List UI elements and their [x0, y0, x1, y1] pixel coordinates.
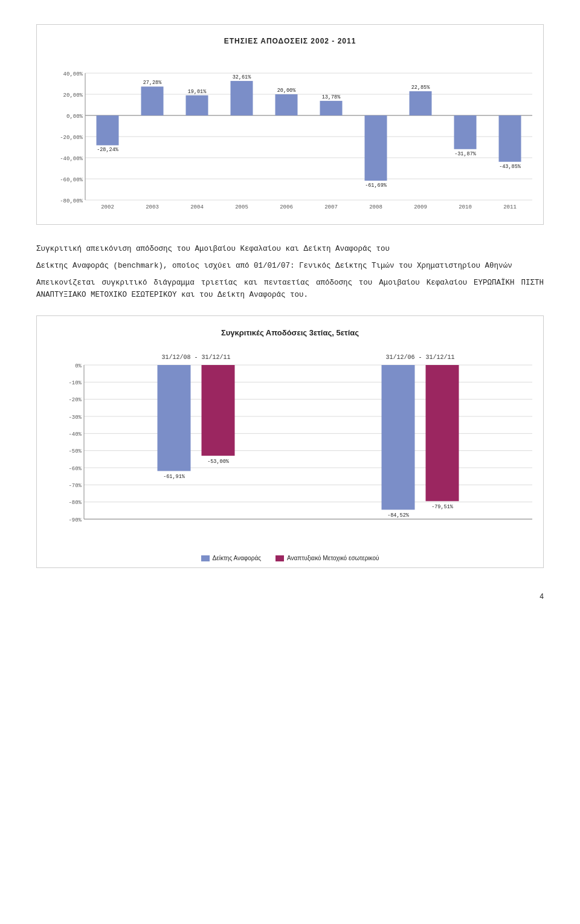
text-section: Συγκριτική απεικόνιση απόδοσης του Αμοιβ… [36, 243, 544, 301]
svg-rect-37 [410, 91, 432, 115]
svg-rect-28 [276, 94, 298, 115]
svg-text:-53,00%: -53,00% [207, 459, 230, 465]
svg-text:-60%: -60% [68, 466, 82, 472]
svg-text:2006: 2006 [280, 204, 293, 210]
svg-text:-20,00%: -20,00% [60, 135, 83, 141]
svg-text:2011: 2011 [503, 204, 517, 210]
svg-text:2010: 2010 [459, 204, 472, 210]
svg-text:27,28%: 27,28% [143, 80, 163, 86]
svg-text:2008: 2008 [369, 204, 382, 210]
svg-text:13,78%: 13,78% [322, 94, 341, 100]
svg-text:40,00%: 40,00% [63, 71, 83, 77]
svg-text:-50%: -50% [68, 448, 82, 454]
svg-text:2003: 2003 [146, 204, 159, 210]
svg-text:20,00%: 20,00% [277, 88, 297, 94]
legend-item-2: Αναπτυξιακό Μετοχικό εσωτερικού [276, 555, 379, 561]
svg-text:19,01%: 19,01% [188, 89, 207, 95]
svg-text:-61,69%: -61,69% [365, 183, 387, 189]
svg-text:2004: 2004 [190, 204, 204, 210]
chart2-legend: Δείκτης Αναφοράς Αναπτυξιακό Μετοχικό εσ… [49, 555, 531, 561]
svg-text:-80,00%: -80,00% [60, 198, 83, 204]
svg-text:31/12/06 - 31/12/11: 31/12/06 - 31/12/11 [385, 354, 454, 361]
svg-text:31/12/08 - 31/12/11: 31/12/08 - 31/12/11 [161, 354, 230, 361]
chart1-section: ΕΤΗΣΙΕΣ ΑΠΟΔΟΣΕΙΣ 2002 - 2011 40,00%20,0… [36, 24, 544, 225]
svg-rect-22 [186, 95, 208, 115]
legend-box-blue [201, 555, 210, 561]
svg-rect-19 [141, 86, 164, 115]
page-container: ΕΤΗΣΙΕΣ ΑΠΟΔΟΣΕΙΣ 2002 - 2011 40,00%20,0… [36, 24, 544, 601]
svg-text:-43,85%: -43,85% [499, 164, 521, 170]
svg-text:-40,00%: -40,00% [60, 156, 83, 162]
svg-text:20,00%: 20,00% [63, 92, 83, 99]
svg-text:-20%: -20% [68, 397, 82, 403]
svg-text:32,61%: 32,61% [233, 74, 252, 80]
svg-text:-30%: -30% [68, 415, 82, 421]
svg-rect-16 [97, 115, 119, 145]
svg-text:-80%: -80% [68, 500, 82, 506]
svg-rect-34 [365, 115, 387, 181]
svg-rect-76 [426, 365, 459, 501]
chart2-section: Συγκριτικές Αποδόσεις 3ετίας, 5ετίας 0%-… [36, 315, 544, 568]
svg-text:-10%: -10% [68, 380, 82, 386]
svg-text:-79,51%: -79,51% [431, 504, 454, 510]
svg-text:2009: 2009 [414, 204, 427, 210]
svg-rect-43 [499, 115, 521, 162]
chart2-svg: 0%-10%-20%-30%-40%-50%-60%-70%-80%-90%31… [49, 347, 544, 540]
svg-text:-90%: -90% [68, 517, 82, 523]
legend-label-1: Δείκτης Αναφοράς [213, 555, 262, 561]
svg-rect-25 [231, 81, 253, 115]
legend-label-2: Αναπτυξιακό Μετοχικό εσωτερικού [287, 555, 379, 561]
svg-text:2005: 2005 [235, 204, 248, 210]
svg-rect-71 [202, 365, 235, 456]
text-para3: Απεικονίζεται συγκριτικό διάγραμμα τριετ… [36, 277, 544, 301]
legend-box-crimson [276, 555, 284, 561]
svg-text:2002: 2002 [101, 204, 114, 210]
svg-text:0%: 0% [75, 363, 82, 369]
legend-item-1: Δείκτης Αναφοράς [201, 555, 262, 561]
svg-rect-69 [158, 365, 191, 471]
svg-text:22,85%: 22,85% [411, 85, 431, 91]
chart1-title: ΕΤΗΣΙΕΣ ΑΠΟΔΟΣΕΙΣ 2002 - 2011 [49, 37, 531, 45]
svg-rect-31 [320, 101, 343, 115]
svg-text:-31,87%: -31,87% [454, 151, 477, 157]
svg-text:-61,91%: -61,91% [163, 474, 185, 480]
svg-rect-40 [454, 115, 477, 149]
page-number: 4 [36, 592, 544, 601]
svg-text:-60,00%: -60,00% [60, 177, 83, 183]
svg-text:-40%: -40% [68, 431, 82, 438]
svg-text:-70%: -70% [68, 483, 82, 489]
svg-text:2007: 2007 [324, 204, 338, 210]
chart2-title: Συγκριτικές Αποδόσεις 3ετίας, 5ετίας [49, 328, 531, 337]
svg-text:0,00%: 0,00% [66, 114, 83, 120]
svg-text:-84,52%: -84,52% [387, 512, 410, 519]
svg-rect-74 [382, 365, 415, 509]
svg-text:-28,24%: -28,24% [97, 147, 119, 153]
text-para1: Συγκριτική απεικόνιση απόδοσης του Αμοιβ… [36, 243, 544, 255]
text-para2: Δείκτης Αναφοράς (benchmark), οποίος ισχ… [36, 260, 544, 272]
chart1-svg: 40,00%20,00%0,00%-20,00%-40,00%-60,00%-8… [49, 55, 544, 218]
